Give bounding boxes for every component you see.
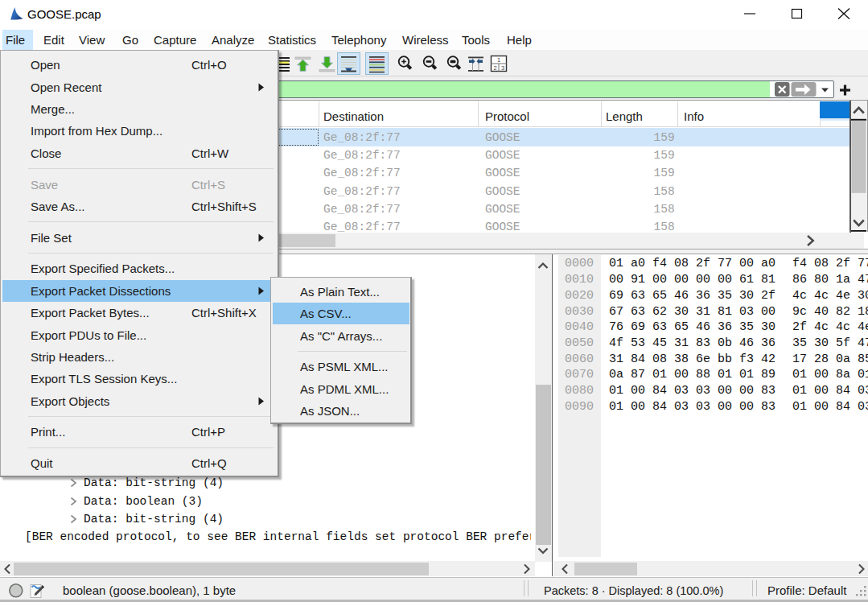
- svg-text:1: 1: [497, 56, 500, 64]
- svg-text:3: 3: [501, 64, 504, 72]
- svg-text:2: 2: [494, 64, 497, 72]
